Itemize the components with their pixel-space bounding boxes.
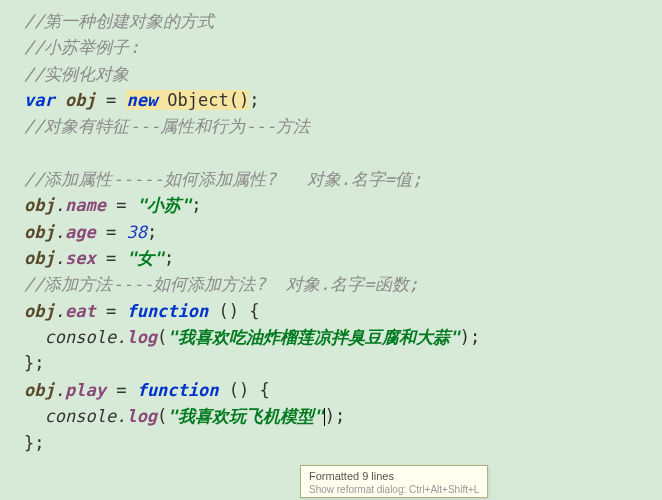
identifier-console: console (44, 406, 116, 426)
string-literal: "我喜欢吃油炸榴莲凉拌臭豆腐和大蒜" (167, 327, 459, 347)
dot: . (55, 222, 65, 242)
operator: = (96, 222, 127, 242)
comment: //添加属性-----如何添加属性? 对象.名字=值; (24, 169, 422, 189)
comment: //小苏举例子: (24, 37, 140, 57)
keyword-var: var (24, 90, 55, 110)
paren-close: ) (460, 327, 470, 347)
indent (24, 406, 44, 426)
keyword-function: function (137, 380, 219, 400)
identifier-console: console (44, 327, 116, 347)
operator: = (106, 195, 137, 215)
semicolon: ; (164, 248, 174, 268)
identifier-obj: obj (24, 195, 55, 215)
dot: . (55, 195, 65, 215)
code-line: var obj = new Object(); (24, 87, 662, 113)
semicolon: ; (249, 90, 259, 110)
identifier-obj: obj (65, 90, 96, 110)
indent (24, 327, 44, 347)
code-line: obj.name = "小苏"; (24, 192, 662, 218)
string-literal: "女" (126, 248, 163, 268)
prop-name: name (65, 195, 106, 215)
code-line: //第一种创建对象的方式 (24, 8, 662, 34)
highlight-newobject: new Object() (126, 90, 249, 110)
code-line: obj.play = function () { (24, 377, 662, 403)
identifier-obj: obj (24, 301, 55, 321)
comment: //实例化对象 (24, 64, 129, 84)
prop-log: log (126, 327, 157, 347)
dot: . (55, 380, 65, 400)
operator: = (96, 248, 127, 268)
operator: = (96, 90, 127, 110)
keyword-function: function (126, 301, 208, 321)
prop-age: age (65, 222, 96, 242)
code-line: //实例化对象 (24, 61, 662, 87)
semicolon: ; (147, 222, 157, 242)
dot: . (55, 248, 65, 268)
code-line: obj.age = 38; (24, 219, 662, 245)
paren-open: ( (157, 406, 167, 426)
close-brace: }; (24, 433, 44, 453)
tooltip-line1: Formatted 9 lines (309, 469, 479, 483)
paren-close: ) (325, 406, 335, 426)
code-line: }; (24, 350, 662, 376)
code-line: console.log("我喜欢玩飞机模型"); (24, 403, 662, 429)
operator: = (96, 301, 127, 321)
code-line: //对象有特征---属性和行为---方法 (24, 113, 662, 139)
semicolon: ; (470, 327, 480, 347)
comment: //添加方法----如何添加方法? 对象.名字=函数; (24, 274, 419, 294)
identifier-obj: obj (24, 380, 55, 400)
code-line: //添加属性-----如何添加属性? 对象.名字=值; (24, 166, 662, 192)
comment: //第一种创建对象的方式 (24, 11, 214, 31)
operator: = (106, 380, 137, 400)
number-literal: 38 (126, 222, 146, 242)
dot: . (116, 406, 126, 426)
prop-play: play (65, 380, 106, 400)
identifier-obj: obj (24, 248, 55, 268)
close-brace: }; (24, 353, 44, 373)
dot: . (55, 301, 65, 321)
string-literal: "我喜欢玩飞机模型" (167, 406, 323, 426)
code-line: //添加方法----如何添加方法? 对象.名字=函数; (24, 271, 662, 297)
paren-open: ( (157, 327, 167, 347)
prop-log: log (126, 406, 157, 426)
reformat-tooltip: Formatted 9 lines Show reformat dialog: … (300, 465, 488, 498)
comment: //对象有特征---属性和行为---方法 (24, 116, 310, 136)
prop-sex: sex (65, 248, 96, 268)
code-line: }; (24, 430, 662, 456)
string-literal: "小苏" (137, 195, 191, 215)
identifier-obj: obj (24, 222, 55, 242)
class-object: Object() (157, 90, 249, 110)
code-line: obj.eat = function () { (24, 298, 662, 324)
dot: . (116, 327, 126, 347)
code-line: obj.sex = "女"; (24, 245, 662, 271)
keyword-new: new (126, 90, 157, 110)
prop-eat: eat (65, 301, 96, 321)
tooltip-line2: Show reformat dialog: Ctrl+Alt+Shift+L (309, 483, 479, 496)
semicolon: ; (335, 406, 345, 426)
code-line: //小苏举例子: (24, 34, 662, 60)
code-line-empty (24, 140, 662, 166)
code-line: console.log("我喜欢吃油炸榴莲凉拌臭豆腐和大蒜"); (24, 324, 662, 350)
func-head: () { (208, 301, 259, 321)
func-head: () { (219, 380, 270, 400)
semicolon: ; (191, 195, 201, 215)
